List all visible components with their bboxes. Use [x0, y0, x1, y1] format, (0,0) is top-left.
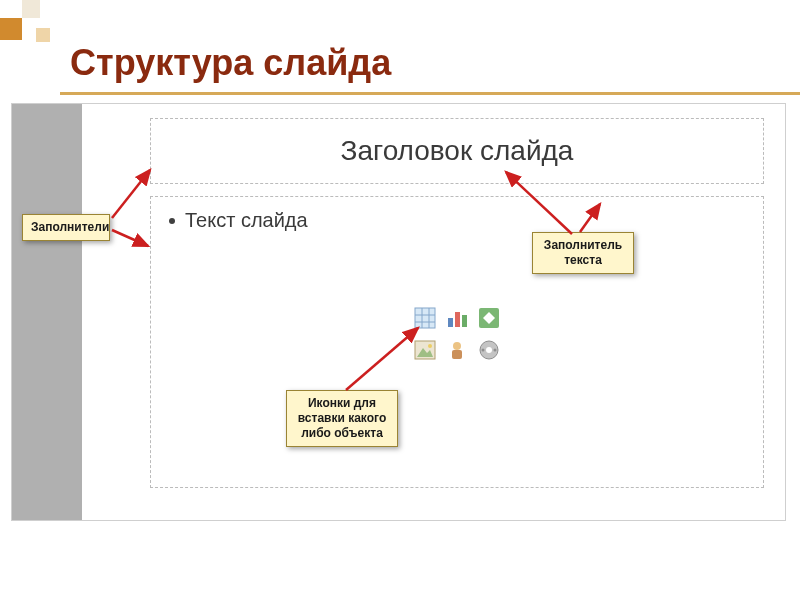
deco-square [22, 0, 40, 18]
bullet-text: Текст слайда [185, 209, 308, 232]
svg-rect-0 [415, 308, 435, 328]
slide-body-placeholder[interactable]: Текст слайда [150, 196, 764, 488]
smartart-icon[interactable] [476, 305, 502, 331]
chart-icon[interactable] [444, 305, 470, 331]
svg-rect-6 [455, 312, 460, 327]
media-icon[interactable] [476, 337, 502, 363]
table-icon[interactable] [412, 305, 438, 331]
slide-title-text: Заголовок слайда [341, 135, 574, 167]
svg-point-16 [482, 349, 485, 352]
svg-point-11 [428, 344, 432, 348]
svg-point-17 [494, 349, 497, 352]
svg-rect-13 [452, 350, 462, 359]
slide-title-placeholder[interactable]: Заголовок слайда [150, 118, 764, 184]
svg-point-12 [453, 342, 461, 350]
insert-icon-grid [407, 305, 507, 363]
callout-placeholders: Заполнители [22, 214, 110, 241]
deco-square [0, 18, 22, 40]
svg-rect-5 [448, 318, 453, 327]
slide-panel: Заголовок слайда Текст слайда [11, 103, 786, 521]
title-underline [60, 92, 800, 95]
callout-text-fill: Заполнитель текста [532, 232, 634, 274]
panel-gutter [12, 104, 82, 520]
callout-icons: Иконки для вставки какого либо объекта [286, 390, 398, 447]
clipart-icon[interactable] [444, 337, 470, 363]
deco-square [36, 28, 50, 42]
svg-point-15 [486, 347, 492, 353]
decorative-squares [0, 0, 70, 55]
bullet-row: Текст слайда [169, 209, 745, 232]
page-title: Структура слайда [70, 42, 391, 84]
picture-icon[interactable] [412, 337, 438, 363]
svg-line-21 [112, 230, 148, 246]
bullet-icon [169, 218, 175, 224]
svg-line-19 [112, 170, 150, 218]
svg-rect-7 [462, 315, 467, 327]
